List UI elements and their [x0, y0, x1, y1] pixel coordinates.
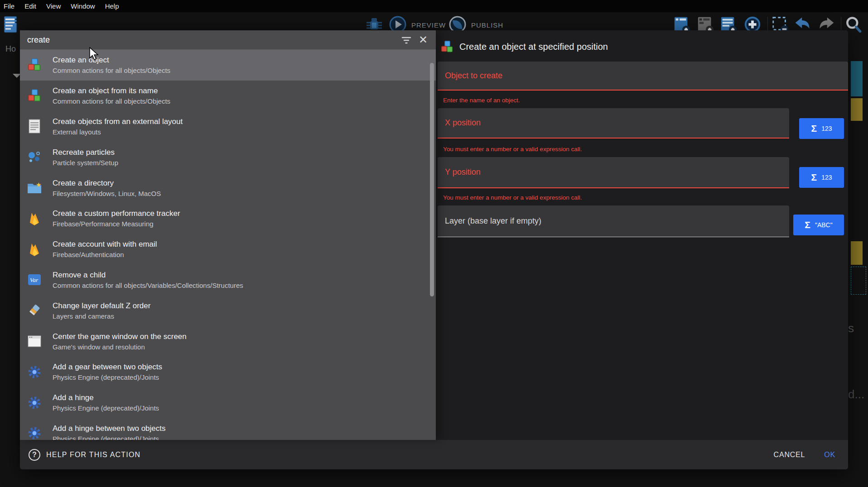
search-query: create — [27, 35, 50, 45]
dialog-title: Create an object at specified position — [459, 42, 608, 52]
result-subtitle: Layers and cameras — [53, 312, 150, 320]
search-result-item[interactable]: Create account with with emailFirebase/A… — [20, 234, 436, 265]
y-position-field[interactable]: Y position — [438, 157, 789, 188]
search-result-item[interactable]: Create an objectCommon actions for all o… — [20, 50, 436, 81]
result-title: Center the game window on the screen — [53, 332, 187, 341]
gear-icon — [26, 425, 43, 440]
particles-icon — [26, 149, 43, 165]
result-title: Add a hinge — [53, 393, 159, 402]
result-title: Add a gear between two objects — [53, 363, 162, 372]
firebase-icon — [26, 210, 43, 227]
background-text-fragment: s — [848, 321, 854, 335]
menu-view[interactable]: View — [46, 2, 67, 10]
background-teal-fragment — [851, 61, 863, 96]
search-result-list: Create an objectCommon actions for all o… — [20, 50, 436, 440]
window-icon — [26, 333, 43, 349]
cancel-button[interactable]: CANCEL — [774, 451, 805, 459]
background-selection-fragment — [851, 267, 866, 295]
gear-icon — [26, 364, 43, 380]
background-olive-fragment — [851, 98, 863, 121]
filter-icon[interactable] — [401, 36, 411, 46]
result-subtitle: Physics Engine (deprecated)/Joints — [53, 373, 162, 381]
field-helper-text: You must enter a number or a valid expre… — [443, 194, 582, 201]
menu-edit[interactable]: Edit — [24, 2, 42, 10]
eraser-icon — [26, 302, 43, 319]
preview-label[interactable]: PREVIEW — [411, 21, 446, 29]
background-text-fragment: d... — [848, 387, 864, 401]
ok-button[interactable]: OK — [824, 451, 835, 459]
search-result-item[interactable]: Add a hinge between two objectsPhysics E… — [20, 418, 436, 440]
result-subtitle: Common actions for all objects/Objects — [53, 67, 170, 74]
result-title: Create an object from its name — [53, 86, 170, 95]
menu-help[interactable]: Help — [105, 2, 125, 10]
result-subtitle: Filesystem/Windows, Linux, MacOS — [53, 190, 161, 197]
result-title: Create objects from an external layout — [53, 117, 183, 126]
result-subtitle: Physics Engine (deprecated)/Joints — [53, 435, 166, 440]
mouse-cursor — [89, 47, 99, 61]
result-title: Create an object — [53, 56, 170, 65]
search-result-item[interactable]: Change layer default Z orderLayers and c… — [20, 295, 436, 326]
document-icon — [26, 118, 43, 134]
result-subtitle: Firebase/Performance Measuring — [53, 220, 180, 228]
menu-bar: FileEditViewWindowHelp — [0, 0, 868, 12]
cubes-icon — [440, 40, 454, 54]
gear-icon — [26, 395, 43, 411]
expression-builder-button[interactable]: Σ123 — [799, 118, 844, 139]
x-position-field[interactable]: X position — [438, 108, 789, 138]
action-editor-dialog: Create an object at specified position O… — [20, 30, 848, 469]
result-title: Create account with with email — [53, 240, 157, 249]
project-manager-icon[interactable] — [2, 15, 20, 34]
cubes-icon — [26, 57, 43, 73]
search-result-item[interactable]: VarRemove a childCommon actions for all … — [20, 265, 436, 296]
field-helper-text: You must enter a number or a valid expre… — [443, 146, 582, 153]
home-tab-label[interactable]: Ho — [5, 44, 16, 54]
result-subtitle: Particle system/Setup — [53, 159, 118, 167]
search-result-item[interactable]: Center the game window on the screenGame… — [20, 326, 436, 357]
search-result-item[interactable]: Recreate particlesParticle system/Setup — [20, 142, 436, 172]
folder-icon: ★ — [26, 180, 43, 196]
layer-field[interactable]: Layer (base layer if empty) — [438, 205, 789, 237]
svg-text:Var: Var — [30, 277, 39, 283]
result-title: Create a directory — [53, 179, 161, 188]
search-result-item[interactable]: Add a gear between two objectsPhysics En… — [20, 357, 436, 387]
result-subtitle: Common actions for all objects/Objects — [53, 97, 170, 105]
menu-window[interactable]: Window — [71, 2, 101, 10]
result-subtitle: Physics Engine (deprecated)/Joints — [53, 404, 159, 412]
background-olive-fragment — [851, 241, 863, 265]
firebase-icon — [26, 241, 43, 258]
expression-builder-button[interactable]: Σ"ABC" — [793, 215, 844, 235]
var-icon: Var — [26, 272, 43, 288]
search-result-item[interactable]: Create objects from an external layoutEx… — [20, 111, 436, 142]
search-result-item[interactable]: Create an object from its nameCommon act… — [20, 81, 436, 111]
search-result-item[interactable]: Add a hingePhysics Engine (deprecated)/J… — [20, 387, 436, 418]
search-input[interactable]: create ✕ — [20, 30, 436, 50]
svg-text:★: ★ — [36, 181, 42, 188]
result-title: Recreate particles — [53, 148, 118, 157]
result-title: Change layer default Z order — [53, 301, 150, 310]
object-to-create-field[interactable]: Object to create — [438, 62, 848, 91]
search-result-item[interactable]: ★Create a directoryFilesystem/Windows, L… — [20, 172, 436, 203]
dialog-footer: ? HELP FOR THIS ACTION CANCEL OK — [20, 440, 848, 469]
help-icon: ? — [29, 449, 40, 461]
scrollbar-thumb[interactable] — [430, 63, 434, 296]
help-for-this-action-button[interactable]: ? HELP FOR THIS ACTION — [29, 449, 140, 461]
close-icon[interactable]: ✕ — [419, 33, 428, 47]
cubes-icon — [26, 88, 43, 104]
app-root: FileEditViewWindowHelp — [0, 0, 868, 487]
instruction-search-panel: create ✕ Create an objectCommon actions … — [20, 30, 436, 440]
result-subtitle: External layouts — [53, 128, 183, 136]
field-helper-text: Enter the name of an object. — [443, 97, 520, 104]
result-title: Add a hinge between two objects — [53, 424, 166, 433]
result-subtitle: Common actions for all objects/Variables… — [53, 282, 243, 289]
result-title: Create a custom performance tracker — [53, 209, 180, 218]
result-subtitle: Game's window and resolution — [53, 343, 187, 351]
expression-builder-button[interactable]: Σ123 — [799, 167, 844, 188]
publish-label[interactable]: PUBLISH — [471, 21, 503, 29]
menu-file[interactable]: File — [4, 2, 20, 10]
result-subtitle: Firebase/Authentication — [53, 251, 157, 258]
search-result-item[interactable]: Create a custom performance trackerFireb… — [20, 203, 436, 234]
result-title: Remove a child — [53, 271, 243, 280]
